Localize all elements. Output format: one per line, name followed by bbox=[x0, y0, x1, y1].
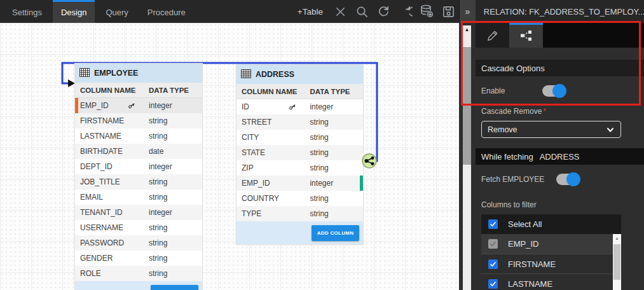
fetch-employee-toggle[interactable] bbox=[556, 174, 579, 185]
table-row[interactable]: LASTNAMEstring bbox=[75, 128, 202, 144]
column-name-cell: STATE bbox=[236, 148, 305, 157]
fetch-employee-label: Fetch EMPLOYEE bbox=[481, 175, 556, 184]
data-type-cell: string bbox=[144, 177, 202, 186]
table-row[interactable]: DEPT_IDinteger bbox=[75, 159, 202, 174]
table-row[interactable]: GENDERstring bbox=[75, 251, 202, 266]
column-name-cell: USERNAME bbox=[75, 223, 144, 232]
column-checkbox[interactable] bbox=[488, 259, 498, 269]
filter-column-row[interactable]: EMP_ID bbox=[481, 234, 621, 254]
toolbar-spacer bbox=[196, 0, 291, 23]
data-type-cell: string bbox=[144, 116, 202, 125]
filter-column-row[interactable]: LASTNAME bbox=[481, 273, 621, 290]
data-type-cell: date bbox=[144, 147, 202, 156]
column-name-cell: ROLE bbox=[75, 269, 144, 278]
tab-edit-relation[interactable] bbox=[476, 23, 509, 48]
scrollbar-thumb[interactable] bbox=[463, 47, 471, 165]
column-name-cell: DEPT_ID bbox=[75, 162, 144, 171]
main-area: EMPLOYEE COLUMN NAME DATA TYPE EMP_IDint… bbox=[0, 23, 644, 290]
column-name-cell: JOB_TITLE bbox=[75, 177, 144, 186]
relation-icon bbox=[520, 30, 532, 43]
table-row[interactable]: CITYstring bbox=[236, 130, 363, 145]
table-row[interactable]: USERNAMEstring bbox=[75, 220, 202, 235]
column-checkbox[interactable] bbox=[488, 239, 498, 249]
data-type-cell: string bbox=[144, 269, 202, 278]
filter-column-label: EMP_ID bbox=[508, 239, 538, 249]
table-row[interactable]: TENANT_IDinteger bbox=[75, 205, 202, 220]
column-name-cell: EMAIL bbox=[75, 193, 144, 202]
data-type-cell: string bbox=[144, 193, 202, 202]
table-row[interactable]: EMP_IDinteger bbox=[236, 176, 363, 191]
cascade-remove-select[interactable]: Remove bbox=[481, 121, 621, 138]
table-row[interactable]: ZIPstring bbox=[236, 160, 363, 176]
select-all-row[interactable]: Select All bbox=[481, 214, 621, 234]
column-name-cell: EMP_ID bbox=[236, 179, 305, 188]
column-name-cell: BIRTHDATE bbox=[75, 147, 144, 156]
select-all-checkbox[interactable] bbox=[488, 219, 498, 229]
table-row[interactable]: TYPEstring bbox=[236, 206, 363, 221]
add-column-button[interactable]: ADD COLUMN bbox=[312, 225, 359, 241]
table-row[interactable]: JOB_TITLEstring bbox=[75, 174, 202, 190]
enable-toggle[interactable] bbox=[542, 85, 565, 97]
scrollbar-thumb[interactable] bbox=[613, 244, 620, 280]
tab-design[interactable]: Design bbox=[53, 0, 95, 23]
table-address-header[interactable]: ADDRESS bbox=[236, 65, 363, 84]
panel-collapse-icon[interactable]: » bbox=[460, 0, 476, 23]
list-scrollbar[interactable]: ▲ bbox=[613, 234, 621, 290]
column-checkbox[interactable] bbox=[488, 279, 498, 289]
undo-icon[interactable] bbox=[373, 0, 394, 23]
data-type-cell: string bbox=[305, 194, 363, 203]
cascade-remove-label: Cascade Remove* bbox=[476, 104, 644, 116]
table-row[interactable]: STATEstring bbox=[236, 145, 363, 160]
column-name-cell: LASTNAME bbox=[75, 132, 144, 141]
panel-tab-bar bbox=[476, 23, 644, 48]
data-type-cell: string bbox=[144, 223, 202, 232]
select-value: Remove bbox=[488, 125, 517, 134]
relation-line bbox=[0, 23, 459, 290]
data-type-cell: string bbox=[305, 209, 363, 218]
column-name-cell: TENANT_ID bbox=[75, 208, 144, 217]
table-address: ADDRESS COLUMN NAME DATA TYPE IDintegerS… bbox=[236, 65, 363, 244]
scroll-up-icon[interactable]: ▲ bbox=[463, 25, 471, 32]
relation-node-icon[interactable] bbox=[360, 151, 379, 170]
table-employee-header[interactable]: EMPLOYEE bbox=[75, 64, 202, 83]
add-column-button[interactable]: ADD COLUMN bbox=[151, 285, 198, 290]
add-table-button[interactable]: +Table bbox=[291, 0, 329, 23]
designer-toolbar: Settings Design Query Procedure +Table bbox=[0, 0, 459, 23]
scroll-up-icon[interactable]: ▲ bbox=[613, 234, 621, 240]
pencil-icon bbox=[486, 29, 499, 44]
tab-settings[interactable]: Settings bbox=[4, 0, 50, 23]
tab-procedure[interactable]: Procedure bbox=[139, 0, 194, 23]
top-bar: Settings Design Query Procedure +Table »… bbox=[0, 0, 644, 23]
search-icon[interactable] bbox=[351, 0, 373, 23]
save-icon[interactable] bbox=[437, 0, 459, 23]
columns-to-filter-label: Columns to filter bbox=[476, 193, 644, 209]
tab-query[interactable]: Query bbox=[97, 0, 136, 23]
table-row[interactable]: BIRTHDATEdate bbox=[75, 144, 202, 159]
export-db-icon[interactable] bbox=[416, 0, 437, 23]
table-row[interactable]: FIRSTNAMEstring bbox=[75, 113, 202, 128]
redo-icon[interactable] bbox=[394, 0, 416, 23]
close-icon[interactable] bbox=[329, 0, 351, 23]
panel-scrollbar[interactable]: ▲ bbox=[463, 25, 471, 290]
column-name-cell: COUNTRY bbox=[236, 194, 305, 203]
panel-title: RELATION: FK_ADDRESS_TO_EMPLOY... bbox=[476, 7, 644, 17]
filter-column-row[interactable]: FIRSTNAME bbox=[481, 254, 621, 273]
data-type-cell: string bbox=[144, 254, 202, 263]
table-row[interactable]: PASSWORDstring bbox=[75, 235, 202, 251]
tab-relation-settings[interactable] bbox=[509, 23, 543, 48]
while-fetching-header: While fetching ADDRESS bbox=[476, 148, 644, 165]
cascade-options-header: Cascade Options bbox=[476, 60, 644, 76]
table-row[interactable]: IDinteger bbox=[236, 99, 363, 114]
table-row[interactable]: STREETstring bbox=[236, 114, 363, 130]
table-grid-icon bbox=[79, 68, 90, 79]
data-type-cell: integer bbox=[305, 179, 363, 188]
data-type-cell: string bbox=[305, 163, 363, 172]
table-row[interactable]: EMAILstring bbox=[75, 190, 202, 205]
table-row[interactable]: ROLEstring bbox=[75, 266, 202, 281]
columns-filter-list: Select All EMP_IDFIRSTNAMELASTNAME ▲ bbox=[481, 214, 621, 290]
key-icon bbox=[288, 103, 297, 111]
enable-label: Enable bbox=[481, 86, 542, 95]
table-row[interactable]: EMP_IDinteger bbox=[75, 98, 202, 113]
table-footer: ADD COLUMN bbox=[236, 221, 363, 244]
table-row[interactable]: COUNTRYstring bbox=[236, 191, 363, 206]
